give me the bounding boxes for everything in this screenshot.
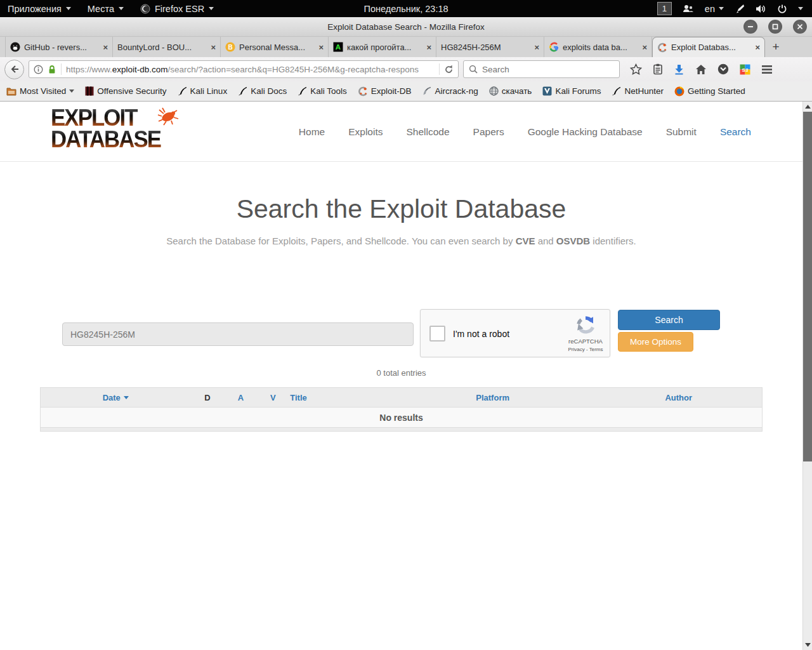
column-header-platform[interactable]: Platform: [446, 393, 540, 402]
column-header-title[interactable]: Title: [289, 393, 446, 402]
subtitle-text: Search the Database for Exploits, Papers…: [166, 235, 515, 246]
tab-bountylord[interactable]: BountyLord - BOU... ×: [113, 37, 221, 57]
bookmark-kali-forums[interactable]: Kali Forums: [542, 86, 601, 96]
firefox-icon: [674, 86, 684, 96]
downloads-icon[interactable]: [674, 64, 684, 75]
subtitle-text: and: [535, 235, 556, 246]
menu-hamburger-icon[interactable]: [761, 65, 773, 74]
info-icon[interactable]: [34, 65, 43, 74]
chrome-search-input[interactable]: [482, 65, 614, 74]
bookmark-label: Kali Tools: [310, 86, 347, 96]
tab-russian-question[interactable]: A какой прогойта... ×: [329, 37, 436, 57]
tab-title: exploits data ba...: [563, 43, 638, 52]
tab-github[interactable]: GitHub - revers... ×: [5, 37, 113, 57]
site-navigation: Home Exploits Shellcode Papers Google Ha…: [299, 102, 751, 162]
bookmarks-menu-icon[interactable]: [653, 63, 663, 75]
home-icon[interactable]: [695, 64, 707, 75]
kali-forums-icon: [542, 86, 552, 96]
tab-close-icon[interactable]: ×: [642, 43, 647, 51]
offensive-security-icon: [85, 86, 94, 96]
page-scrollbar[interactable]: [802, 102, 812, 650]
more-options-button[interactable]: More Options: [618, 332, 693, 352]
close-button[interactable]: [793, 20, 807, 34]
nav-shellcode[interactable]: Shellcode: [406, 126, 449, 138]
exploit-db-page: EXPLOIT DATABASE Home Exploits Shellcode: [0, 102, 802, 650]
column-header-date[interactable]: Date: [41, 393, 191, 402]
google-icon: [549, 42, 559, 52]
tab-google-search[interactable]: exploits data ba... ×: [544, 37, 652, 57]
column-header-author[interactable]: Author: [540, 393, 763, 402]
column-header-v[interactable]: V: [257, 393, 289, 402]
nav-submit[interactable]: Submit: [666, 126, 697, 138]
tab-close-icon[interactable]: ×: [426, 43, 431, 51]
bookmark-nethunter[interactable]: NetHunter: [612, 86, 664, 96]
column-header-d[interactable]: D: [191, 393, 225, 402]
tab-close-icon[interactable]: ×: [103, 43, 108, 51]
tab-close-icon[interactable]: ×: [534, 43, 539, 51]
bookmark-offensive-security[interactable]: Offensive Security: [85, 86, 166, 96]
nav-papers[interactable]: Papers: [473, 126, 504, 138]
window-titlebar[interactable]: Exploit Database Search - Mozilla Firefo…: [0, 17, 812, 37]
recaptcha-privacy-terms[interactable]: Privacy - Terms: [566, 347, 605, 352]
divider: [61, 63, 62, 75]
tab-close-icon[interactable]: ×: [318, 43, 324, 51]
tab-title: GitHub - revers...: [24, 43, 99, 52]
nav-search[interactable]: Search: [720, 126, 751, 138]
tab-title: Personal Messa...: [239, 43, 315, 52]
recaptcha-logo-icon: [566, 315, 605, 336]
search-button[interactable]: Search: [618, 310, 720, 330]
maximize-button[interactable]: [768, 20, 782, 34]
lock-icon[interactable]: [48, 65, 56, 74]
bookmark-label: Kali Linux: [190, 86, 228, 96]
bookmark-label: Kali Docs: [251, 86, 287, 96]
reload-icon[interactable]: [444, 65, 454, 74]
bookmark-most-visited[interactable]: Most Visited: [6, 86, 74, 96]
recaptcha-checkbox[interactable]: [429, 326, 445, 342]
back-button[interactable]: [4, 60, 24, 79]
url-text[interactable]: https://www.exploit-db.com/search/?actio…: [66, 65, 435, 74]
column-header-a[interactable]: A: [224, 393, 257, 402]
bookmark-kali-linux[interactable]: Kali Linux: [178, 86, 228, 96]
bookmark-kali-docs[interactable]: Kali Docs: [238, 86, 287, 96]
system-top-bar: Приложения Места Firefox ESR Понедельник…: [0, 0, 812, 17]
scrollbar-thumb[interactable]: [803, 112, 812, 461]
folder-icon: [6, 87, 16, 96]
tab-close-icon[interactable]: ×: [755, 43, 760, 51]
bookmark-getting-started[interactable]: Getting Started: [674, 86, 745, 96]
nav-ghdb[interactable]: Google Hacking Database: [528, 126, 643, 138]
exploit-database-logo[interactable]: EXPLOIT DATABASE: [51, 107, 178, 150]
pocket-icon[interactable]: [717, 63, 729, 75]
bookmark-exploit-db[interactable]: Exploit-DB: [358, 86, 412, 96]
url-domain: exploit-db.com: [112, 65, 168, 74]
bookmark-aircrack-ng[interactable]: Aircrack-ng: [422, 86, 478, 96]
osvdb-label: OSVDB: [556, 235, 590, 246]
s3-translator-icon[interactable]: S3: [740, 64, 750, 75]
nav-exploits[interactable]: Exploits: [348, 126, 383, 138]
bookmark-kali-tools[interactable]: Kali Tools: [298, 86, 347, 96]
bookmark-skachat[interactable]: скачать: [489, 86, 532, 96]
scroll-up-arrow[interactable]: [803, 102, 812, 112]
exploit-search-input[interactable]: [62, 322, 414, 346]
results-table-header: Date D A V Title Platform Author: [41, 388, 762, 407]
github-icon: [10, 42, 20, 52]
bookmark-star-icon[interactable]: [630, 63, 642, 75]
new-tab-button[interactable]: +: [765, 37, 787, 57]
url-bar[interactable]: https://www.exploit-db.com/search/?actio…: [29, 60, 459, 78]
tab-close-icon[interactable]: ×: [211, 43, 216, 51]
bookmark-label: Kali Forums: [555, 86, 601, 96]
url-path: /search/?action=search&q=HG8245H-256M&g-…: [168, 65, 419, 74]
minimize-button[interactable]: [743, 20, 757, 34]
nav-home[interactable]: Home: [299, 126, 325, 138]
tab-exploit-database-active[interactable]: Exploit Databas... ×: [652, 37, 765, 57]
bookmark-label: Aircrack-ng: [435, 86, 478, 96]
tab-hg8245h[interactable]: HG8245H-256M ×: [436, 37, 544, 57]
scroll-down-arrow[interactable]: [803, 640, 812, 650]
bookmark-label: NetHunter: [624, 86, 664, 96]
divider: [439, 63, 440, 75]
chrome-search-bar[interactable]: [463, 60, 620, 78]
site-header: EXPLOIT DATABASE Home Exploits Shellcode: [0, 102, 802, 162]
tab-personal-messages[interactable]: B Personal Messa... ×: [221, 37, 329, 57]
clock[interactable]: Понедельник, 23:18: [363, 4, 448, 14]
bookmark-label: Most Visited: [20, 86, 66, 96]
page-title: Search the Exploit Database: [0, 194, 802, 224]
